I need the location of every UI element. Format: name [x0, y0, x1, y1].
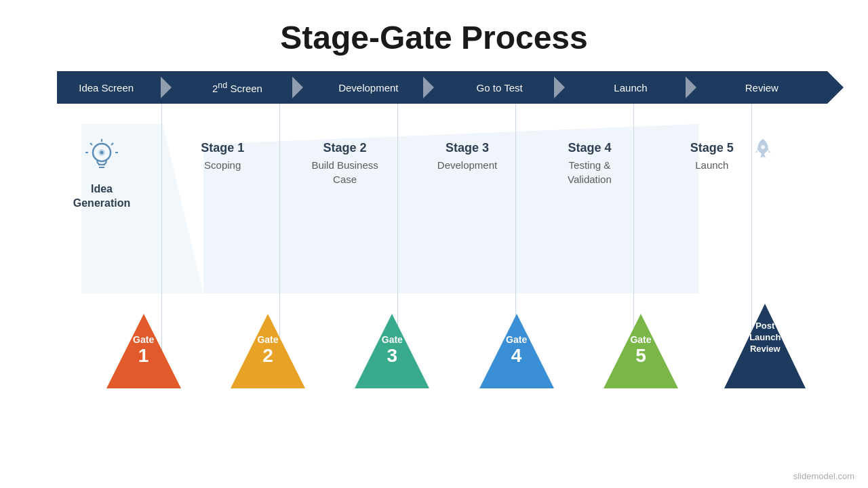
post-launch-item: PostLaunchReview — [703, 304, 827, 388]
stage3-num: Stage 3 — [413, 141, 521, 155]
idea-generation: IdeaGeneration — [54, 138, 149, 211]
gate2-label: Gate — [231, 334, 305, 345]
rocket-icon — [749, 138, 776, 165]
lightbulb-icon — [83, 138, 121, 178]
nav-item-go-to-test[interactable]: Go to Test — [434, 71, 565, 104]
nav-label: Review — [745, 82, 778, 94]
stage3-col: Stage 3 Development — [406, 141, 528, 277]
gate1-item: Gate 1 — [81, 314, 205, 388]
gate3-label: Gate — [355, 334, 429, 345]
gate5-label: Gate — [604, 334, 678, 345]
nav-item-development[interactable]: Development — [303, 71, 434, 104]
gate5-num: 5 — [604, 345, 678, 367]
gate4-label: Gate — [479, 334, 554, 345]
nav-item-idea-screen[interactable]: Idea Screen — [41, 71, 172, 104]
gates-row: Gate 1 Gate 2 Gate 3 — [81, 293, 827, 388]
stage1-title: Scoping — [168, 158, 277, 172]
gate4-item: Gate 4 — [454, 314, 578, 388]
post-launch-label: PostLaunchReview — [724, 321, 806, 355]
gate1-num: 1 — [106, 345, 181, 367]
gate3-num: 3 — [355, 345, 429, 367]
stages-container: Stage 1 Scoping Stage 2 Build BusinessCa… — [161, 141, 773, 277]
gate5-item: Gate 5 — [578, 314, 703, 388]
main-area: IdeaGeneration Stage 1 Scoping Stage 2 B… — [41, 104, 827, 388]
svg-point-11 — [100, 151, 103, 155]
nav-label: Development — [338, 82, 398, 94]
nav-label: Go to Test — [477, 82, 523, 94]
stage5-col: Stage 5 Launch — [651, 141, 773, 277]
nav-label: Launch — [614, 82, 647, 94]
nav-item-launch[interactable]: Launch — [565, 71, 696, 104]
stage2-col: Stage 2 Build BusinessCase — [283, 141, 406, 277]
gate3-item: Gate 3 — [330, 314, 454, 388]
svg-point-12 — [761, 145, 765, 149]
svg-line-4 — [90, 143, 92, 145]
gate1-label: Gate — [106, 334, 181, 345]
stage1-col: Stage 1 Scoping — [161, 141, 283, 277]
nav-item-review[interactable]: Review — [696, 71, 827, 104]
watermark: slidemodel.com — [793, 471, 854, 481]
stage3-title: Development — [413, 158, 521, 172]
nav-label: 2nd Screen — [212, 81, 262, 94]
stage2-title: Build BusinessCase — [290, 158, 399, 186]
gate4-num: 4 — [479, 345, 554, 367]
nav-item-2nd-screen[interactable]: 2nd Screen — [172, 71, 302, 104]
stage4-title: Testing &Validation — [535, 158, 644, 186]
idea-generation-label: IdeaGeneration — [54, 182, 149, 211]
stage1-num: Stage 1 — [168, 141, 277, 155]
svg-line-5 — [111, 143, 113, 145]
stage4-col: Stage 4 Testing &Validation — [528, 141, 650, 277]
nav-bar: Idea Screen 2nd Screen Development Go to… — [41, 71, 827, 104]
gate2-num: 2 — [231, 345, 305, 367]
nav-label: Idea Screen — [79, 82, 134, 94]
stage2-num: Stage 2 — [290, 141, 399, 155]
stage4-num: Stage 4 — [535, 141, 644, 155]
gate2-item: Gate 2 — [205, 314, 330, 388]
page-title: Stage-Gate Process — [0, 0, 868, 56]
